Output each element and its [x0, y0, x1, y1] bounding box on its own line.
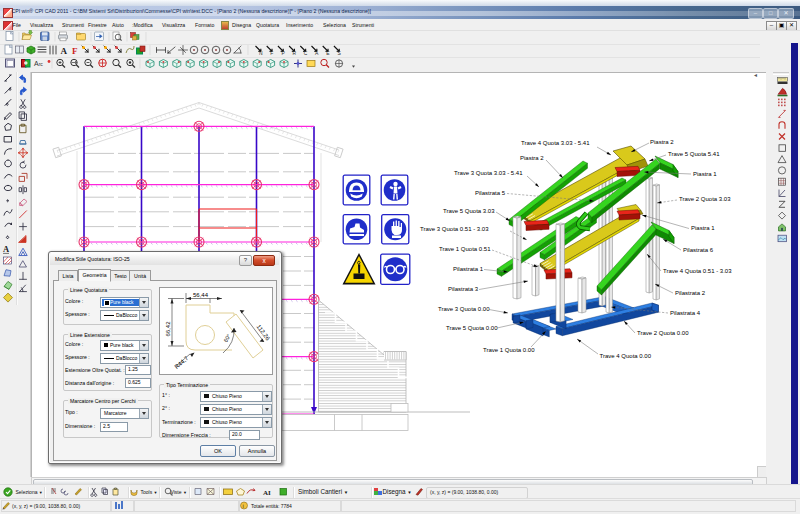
svg-text:N: N [259, 50, 263, 56]
svg-text:112,26: 112,26 [255, 324, 271, 342]
svg-text:F: F [270, 50, 273, 56]
svg-text:P: P [281, 50, 285, 56]
svg-text:AI: AI [263, 489, 271, 497]
svg-text:R: R [293, 50, 297, 56]
svg-text:E: E [326, 50, 330, 56]
svg-text:A: A [315, 50, 319, 56]
svg-text:C: C [304, 50, 308, 56]
svg-text:A: A [3, 244, 10, 254]
svg-text:F: F [72, 46, 78, 56]
svg-text:Arc: Arc [34, 60, 43, 67]
svg-text:66,42: 66,42 [165, 321, 171, 337]
svg-text:S: S [337, 50, 341, 56]
svg-text:60°: 60° [222, 333, 231, 343]
svg-text:56,44: 56,44 [193, 292, 209, 298]
svg-text:A: A [61, 46, 68, 56]
svg-text:R44,7: R44,7 [173, 355, 190, 370]
